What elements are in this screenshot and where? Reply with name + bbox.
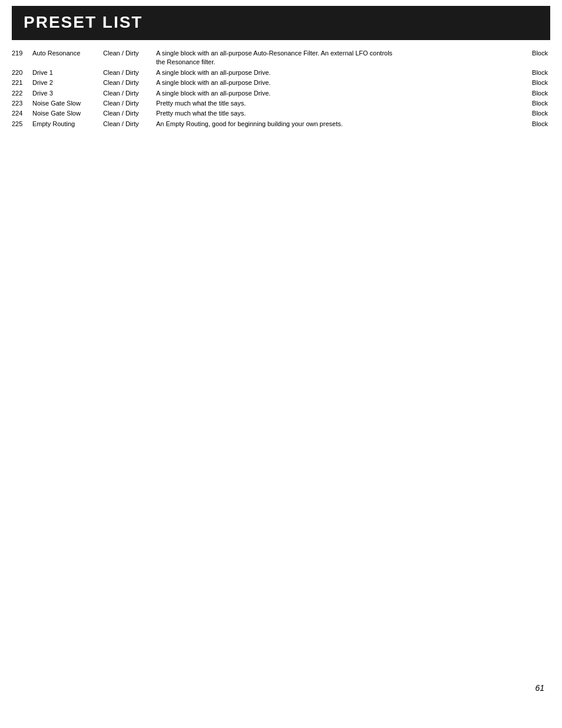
preset-number: 225 — [12, 119, 32, 129]
preset-name: Drive 3 — [32, 88, 103, 98]
preset-description: A single block with an all-purpose Drive… — [156, 78, 521, 88]
preset-category: Block — [521, 78, 550, 88]
preset-number: 223 — [12, 98, 32, 108]
preset-type: Clean / Dirty — [103, 108, 156, 118]
preset-category: Block — [521, 48, 550, 68]
preset-category: Block — [521, 119, 550, 129]
preset-name: Noise Gate Slow — [32, 98, 103, 108]
preset-type: Clean / Dirty — [103, 78, 156, 88]
preset-number: 222 — [12, 88, 32, 98]
preset-type: Clean / Dirty — [103, 48, 156, 68]
description-text: Pretty much what the title says. — [156, 100, 246, 107]
preset-category: Block — [521, 68, 550, 78]
preset-category: Block — [521, 98, 550, 108]
preset-category: Block — [521, 88, 550, 98]
page-header: PRESET LIST — [12, 6, 550, 40]
preset-description: An Empty Routing, good for beginning bui… — [156, 119, 521, 129]
preset-number: 219 — [12, 48, 32, 68]
table-row: 221 Drive 2 Clean / Dirty A single block… — [12, 78, 550, 88]
description-text: A single block with an all-purpose Drive… — [156, 90, 270, 97]
description-text: An Empty Routing, good for beginning bui… — [156, 120, 343, 127]
preset-type: Clean / Dirty — [103, 68, 156, 78]
table-row: 223 Noise Gate Slow Clean / Dirty Pretty… — [12, 98, 550, 108]
preset-table: 219 Auto Resonance Clean / Dirty A singl… — [12, 48, 550, 129]
table-row: 219 Auto Resonance Clean / Dirty A singl… — [12, 48, 550, 68]
preset-number: 221 — [12, 78, 32, 88]
preset-name: Drive 2 — [32, 78, 103, 88]
preset-type: Clean / Dirty — [103, 119, 156, 129]
preset-name: Auto Resonance — [32, 48, 103, 68]
description-line: A single block with an all-purpose Auto-… — [156, 49, 518, 58]
description-text: A single block with an all-purpose Drive… — [156, 79, 270, 86]
table-row: 225 Empty Routing Clean / Dirty An Empty… — [12, 119, 550, 129]
preset-number: 220 — [12, 68, 32, 78]
preset-type: Clean / Dirty — [103, 88, 156, 98]
page-title: PRESET LIST — [24, 13, 143, 31]
preset-name: Empty Routing — [32, 119, 103, 129]
description-text: Pretty much what the title says. — [156, 110, 246, 117]
preset-type: Clean / Dirty — [103, 98, 156, 108]
preset-description: Pretty much what the title says. — [156, 98, 521, 108]
table-row: 220 Drive 1 Clean / Dirty A single block… — [12, 68, 550, 78]
preset-number: 224 — [12, 108, 32, 118]
preset-name: Noise Gate Slow — [32, 108, 103, 118]
table-row: 224 Noise Gate Slow Clean / Dirty Pretty… — [12, 108, 550, 118]
preset-category: Block — [521, 108, 550, 118]
preset-description: A single block with an all-purpose Drive… — [156, 88, 521, 98]
preset-description: Pretty much what the title says. — [156, 108, 521, 118]
preset-description: A single block with an all-purpose Auto-… — [156, 48, 521, 68]
page-number: 61 — [535, 683, 544, 693]
preset-description: A single block with an all-purpose Drive… — [156, 68, 521, 78]
description-text: A single block with an all-purpose Drive… — [156, 69, 270, 76]
content-area: 219 Auto Resonance Clean / Dirty A singl… — [0, 40, 562, 129]
preset-name: Drive 1 — [32, 68, 103, 78]
table-row: 222 Drive 3 Clean / Dirty A single block… — [12, 88, 550, 98]
description-line: the Resonance filter. — [156, 58, 518, 67]
